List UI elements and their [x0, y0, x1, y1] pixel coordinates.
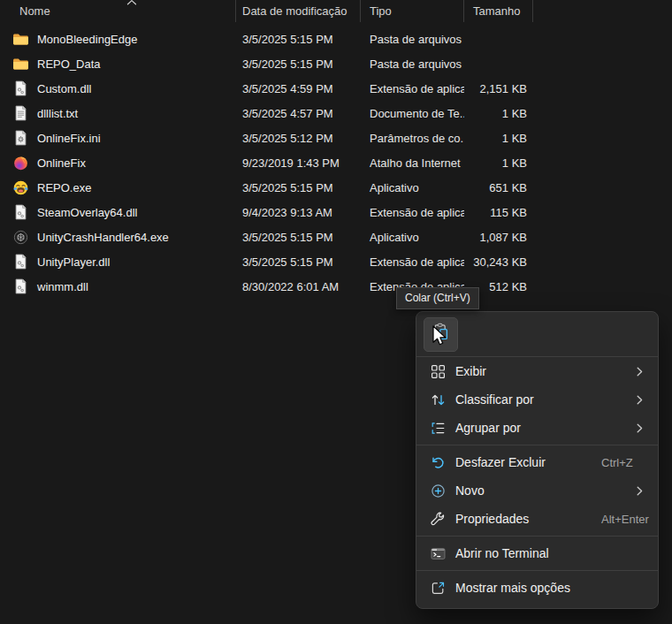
wrench-icon	[431, 512, 446, 527]
sort-arrows-icon	[431, 392, 446, 407]
file-name: Custom.dll	[37, 82, 91, 95]
file-name: MonoBleedingEdge	[37, 33, 137, 46]
file-name: UnityCrashHandler64.exe	[37, 231, 169, 244]
file-date: 9/23/2019 1:43 PM	[236, 156, 361, 170]
file-type: Extensão de aplica...	[361, 255, 464, 269]
file-size: 1 KB	[464, 156, 533, 170]
mouse-cursor	[432, 325, 448, 352]
dll-file-icon	[12, 278, 29, 295]
menu-separator	[416, 570, 658, 571]
context-menu-command-bar	[416, 312, 658, 356]
file-type: Extensão de aplica...	[361, 206, 464, 219]
column-header-type[interactable]: Tipo	[361, 0, 464, 22]
menu-separator	[416, 445, 658, 445]
menu-item-desfazer-excluir[interactable]: Desfazer Excluir Ctrl+Z	[416, 448, 658, 476]
terminal-icon	[431, 546, 446, 561]
file-date: 3/5/2025 5:15 PM	[236, 33, 361, 46]
file-date: 3/5/2025 4:57 PM	[236, 107, 361, 120]
file-name: OnlineFix.ini	[37, 132, 101, 145]
file-size: 115 KB	[464, 206, 533, 219]
file-type: Aplicativo	[361, 231, 464, 244]
file-row[interactable]: MonoBleedingEdge 3/5/2025 5:15 PM Pasta …	[0, 27, 534, 51]
dll-file-icon	[12, 80, 29, 97]
menu-item-mostrar-mais-opcoes[interactable]: Mostrar mais opções	[416, 574, 658, 602]
column-header-size[interactable]: Tamanho	[464, 0, 533, 22]
firefox-icon	[12, 155, 29, 171]
file-size: 1 KB	[464, 132, 533, 145]
paste-tooltip: Colar (Ctrl+V)	[396, 287, 479, 309]
menu-item-classificar-por[interactable]: Classificar por	[416, 385, 658, 414]
file-date: 3/5/2025 5:12 PM	[236, 132, 361, 145]
file-type: Extensão de aplica...	[361, 82, 464, 95]
file-name: winmm.dll	[37, 280, 88, 293]
group-list-icon	[431, 421, 446, 436]
file-row[interactable]: SteamOverlay64.dll 9/4/2023 9:13 AM Exte…	[0, 200, 534, 224]
file-row[interactable]: REPO.exe 3/5/2025 5:15 PM Aplicativo 651…	[0, 175, 534, 200]
file-date: 3/5/2025 5:15 PM	[236, 181, 361, 194]
file-type: Documento de Te...	[361, 107, 464, 120]
chevron-right-icon	[634, 366, 645, 377]
file-type: Aplicativo	[361, 181, 464, 194]
file-row[interactable]: dlllist.txt 3/5/2025 4:57 PM Documento d…	[0, 101, 534, 126]
file-size: 1,087 KB	[464, 231, 533, 244]
dll-file-icon	[12, 254, 29, 270]
menu-item-agrupar-por[interactable]: Agrupar por	[416, 414, 658, 442]
file-size: 2,151 KB	[464, 82, 533, 95]
column-header-name[interactable]: Nome	[0, 0, 236, 22]
ini-file-icon	[12, 130, 29, 147]
file-list: MonoBleedingEdge 3/5/2025 5:15 PM Pasta …	[0, 27, 534, 299]
file-type: Parâmetros de co...	[361, 132, 464, 145]
file-type: Pasta de arquivos	[361, 33, 464, 46]
folder-icon	[12, 31, 29, 48]
column-header-row: Nome Data de modificação Tipo Tamanho	[0, 0, 533, 22]
file-name: dlllist.txt	[37, 107, 78, 120]
file-name: SteamOverlay64.dll	[37, 206, 137, 219]
file-name: UnityPlayer.dll	[37, 255, 110, 269]
text-file-icon	[12, 105, 29, 122]
emoji-app-icon	[12, 179, 29, 196]
file-row[interactable]: REPO_Data 3/5/2025 5:15 PM Pasta de arqu…	[0, 51, 534, 76]
file-name: REPO.exe	[37, 181, 91, 194]
view-grid-icon	[431, 364, 446, 379]
file-date: 3/5/2025 5:15 PM	[236, 57, 361, 71]
menu-item-propriedades[interactable]: Propriedades Alt+Enter	[416, 505, 658, 533]
file-size: 30,243 KB	[464, 255, 533, 269]
file-row[interactable]: Custom.dll 3/5/2025 4:59 PM Extensão de …	[0, 76, 534, 101]
file-date: 3/5/2025 4:59 PM	[236, 82, 361, 95]
menu-item-exibir[interactable]: Exibir	[416, 357, 658, 385]
file-date: 3/5/2025 5:15 PM	[236, 231, 361, 244]
menu-item-shortcut: Ctrl+Z	[601, 456, 633, 469]
file-row[interactable]: UnityPlayer.dll 3/5/2025 5:15 PM Extensã…	[0, 249, 534, 274]
file-size: 1 KB	[464, 107, 533, 120]
unity-app-icon	[12, 229, 29, 246]
file-name: REPO_Data	[37, 57, 101, 71]
undo-icon	[431, 455, 446, 470]
chevron-right-icon	[634, 422, 645, 434]
new-plus-icon	[431, 483, 446, 498]
menu-item-abrir-no-terminal[interactable]: Abrir no Terminal	[416, 539, 658, 567]
file-type: Pasta de arquivos	[361, 57, 464, 71]
column-header-date-modified[interactable]: Data de modificação	[236, 0, 361, 22]
menu-item-novo[interactable]: Novo	[416, 476, 658, 505]
folder-icon	[12, 56, 29, 72]
chevron-right-icon	[634, 485, 645, 497]
file-type: Atalho da Internet	[361, 156, 464, 170]
file-size: 651 KB	[464, 181, 533, 194]
open-external-icon	[431, 581, 446, 596]
file-name: OnlineFix	[37, 156, 86, 170]
file-row[interactable]: OnlineFix 9/23/2019 1:43 PM Atalho da In…	[0, 150, 534, 175]
sort-ascending-icon	[126, 0, 137, 5]
dll-file-icon	[12, 204, 29, 221]
file-explorer-window: Nome Data de modificação Tipo Tamanho Mo…	[0, 0, 672, 624]
chevron-right-icon	[634, 394, 645, 406]
file-row[interactable]: UnityCrashHandler64.exe 3/5/2025 5:15 PM…	[0, 224, 534, 249]
file-date: 8/30/2022 6:01 AM	[236, 280, 361, 293]
context-menu: Exibir Classificar por Agrupar por Desfa…	[416, 311, 659, 609]
menu-item-shortcut: Alt+Enter	[601, 513, 649, 526]
file-date: 3/5/2025 5:15 PM	[236, 255, 361, 269]
menu-separator	[416, 536, 658, 536]
file-date: 9/4/2023 9:13 AM	[236, 206, 361, 219]
file-row[interactable]: OnlineFix.ini 3/5/2025 5:12 PM Parâmetro…	[0, 126, 534, 150]
